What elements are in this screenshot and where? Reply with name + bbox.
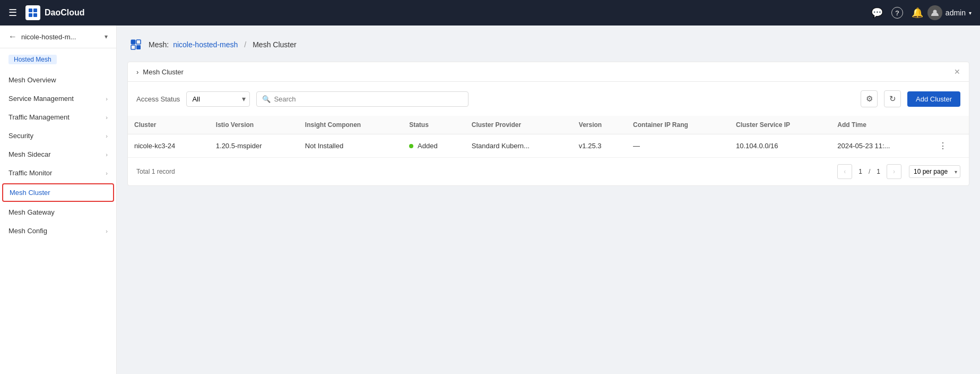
- breadcrumb-separator: /: [244, 40, 246, 49]
- back-button[interactable]: ←: [8, 32, 17, 41]
- sidebar-item-label: Mesh Cluster: [10, 189, 50, 197]
- cell-cluster: nicole-kc3-24: [128, 134, 210, 158]
- mesh-cluster-panel: › Mesh Cluster ✕ Access Status All Acces…: [127, 62, 969, 186]
- breadcrumb-prefix: Mesh:: [149, 40, 169, 49]
- add-cluster-button[interactable]: Add Cluster: [907, 91, 960, 107]
- search-icon: 🔍: [262, 95, 271, 103]
- sidebar-item-traffic-management[interactable]: Traffic Management ›: [0, 108, 116, 126]
- hamburger-menu-icon[interactable]: ☰: [8, 7, 17, 19]
- svg-rect-8: [136, 45, 141, 49]
- panel-close-icon[interactable]: ✕: [954, 67, 960, 76]
- chevron-down-icon: ›: [106, 114, 108, 121]
- sidebar: ← nicole-hosted-m... ▾ Hosted Mesh Mesh …: [0, 26, 117, 374]
- sidebar-item-label: Traffic Monitor: [8, 169, 52, 177]
- col-cluster: Cluster: [128, 116, 210, 134]
- sidebar-item-mesh-gateway[interactable]: Mesh Gateway: [0, 203, 116, 222]
- access-status-filter[interactable]: All Accessible Inaccessible: [186, 91, 250, 107]
- chevron-down-icon: ›: [106, 96, 108, 102]
- table-container: Cluster Istio Version Insight Componen S…: [128, 116, 969, 158]
- cell-cluster-service-ip: 10.104.0.0/16: [730, 134, 831, 158]
- row-more-actions-button[interactable]: ⋮: [936, 141, 949, 150]
- panel-header-left: › Mesh Cluster: [136, 68, 184, 76]
- cell-insight-component: Not Installed: [299, 134, 403, 158]
- total-records: Total 1 record: [136, 168, 175, 175]
- per-page-select[interactable]: 10 per page 20 per page 50 per page: [909, 165, 960, 178]
- notification-icon[interactable]: 🔔: [912, 7, 923, 19]
- sidebar-item-service-management[interactable]: Service Management ›: [0, 89, 116, 108]
- sidebar-item-security[interactable]: Security ›: [0, 126, 116, 145]
- sidebar-item-label: Traffic Management: [8, 113, 70, 121]
- breadcrumb-link[interactable]: nicole-hosted-mesh: [173, 40, 238, 49]
- col-cluster-service-ip: Cluster Service IP: [730, 116, 831, 134]
- help-icon[interactable]: ?: [891, 7, 903, 19]
- col-status: Status: [403, 116, 465, 134]
- chevron-down-icon: ›: [106, 228, 108, 234]
- user-menu[interactable]: admin ▾: [927, 5, 972, 20]
- sidebar-header: ← nicole-hosted-m... ▾: [0, 26, 116, 48]
- app-layout: ← nicole-hosted-m... ▾ Hosted Mesh Mesh …: [0, 26, 980, 374]
- chevron-down-icon: ›: [106, 151, 108, 158]
- user-chevron-icon: ▾: [969, 10, 972, 16]
- svg-rect-2: [29, 13, 32, 17]
- panel-chevron-icon: ›: [136, 68, 138, 76]
- svg-rect-1: [33, 8, 37, 12]
- col-istio-version: Istio Version: [210, 116, 299, 134]
- col-add-time: Add Time: [831, 116, 930, 134]
- col-actions: [930, 116, 969, 134]
- svg-rect-3: [33, 13, 37, 17]
- col-container-ip: Container IP Rang: [627, 116, 730, 134]
- sidebar-item-label: Service Management: [8, 95, 74, 103]
- table-footer: Total 1 record ‹ 1 / 1 › 10 per page 20 …: [128, 158, 969, 185]
- username: admin: [946, 8, 966, 17]
- logo-text: DaoCloud: [45, 8, 85, 18]
- message-icon[interactable]: 💬: [871, 7, 883, 19]
- hosted-mesh-badge: Hosted Mesh: [8, 55, 57, 64]
- sidebar-item-label: Mesh Config: [8, 227, 47, 235]
- search-bar[interactable]: 🔍: [256, 91, 469, 107]
- main-content: Mesh: nicole-hosted-mesh / Mesh Cluster …: [117, 26, 980, 374]
- pagination-total-pages: 1: [873, 168, 883, 175]
- sidebar-title-chevron-icon[interactable]: ▾: [105, 33, 108, 40]
- toolbar: Access Status All Accessible Inaccessibl…: [128, 82, 969, 116]
- panel-title: Mesh Cluster: [143, 68, 184, 76]
- cell-container-ip: —: [627, 134, 730, 158]
- status-text: Added: [418, 142, 438, 150]
- pagination-current-page: 1: [855, 168, 865, 175]
- pagination-separator: /: [869, 168, 870, 175]
- refresh-button[interactable]: ↻: [884, 90, 901, 107]
- svg-rect-5: [131, 40, 135, 44]
- status-dot-icon: [409, 144, 413, 148]
- svg-rect-0: [29, 8, 32, 12]
- pagination-next-button[interactable]: ›: [887, 164, 901, 179]
- access-status-select[interactable]: All Accessible Inaccessible: [186, 91, 250, 107]
- table-header: Cluster Istio Version Insight Componen S…: [128, 116, 969, 134]
- cell-cluster-provider: Standard Kubern...: [465, 134, 573, 158]
- sidebar-item-mesh-sidecar[interactable]: Mesh Sidecar ›: [0, 145, 116, 164]
- sidebar-item-mesh-cluster[interactable]: Mesh Cluster: [2, 183, 114, 202]
- settings-button[interactable]: ⚙: [861, 90, 878, 107]
- table-row: nicole-kc3-24 1.20.5-mspider Not Install…: [128, 134, 969, 158]
- logo-icon: [25, 5, 40, 20]
- app-logo: DaoCloud: [25, 5, 85, 20]
- sidebar-item-mesh-overview[interactable]: Mesh Overview: [0, 71, 116, 89]
- col-version: Version: [573, 116, 627, 134]
- pagination-prev-button[interactable]: ‹: [837, 164, 852, 179]
- table-body: nicole-kc3-24 1.20.5-mspider Not Install…: [128, 134, 969, 158]
- search-input[interactable]: [274, 95, 463, 103]
- per-page-selector[interactable]: 10 per page 20 per page 50 per page: [909, 165, 960, 178]
- breadcrumb: Mesh: nicole-hosted-mesh / Mesh Cluster: [127, 36, 969, 53]
- cell-status: Added: [403, 134, 465, 158]
- top-navigation: ☰ DaoCloud 💬 ? 🔔 admin ▾: [0, 0, 980, 26]
- sidebar-title: nicole-hosted-m...: [21, 33, 100, 41]
- panel-header[interactable]: › Mesh Cluster ✕: [128, 62, 969, 82]
- sidebar-item-traffic-monitor[interactable]: Traffic Monitor ›: [0, 164, 116, 182]
- nav-icon-group: 💬 ? 🔔: [871, 7, 923, 19]
- sidebar-item-label: Mesh Sidecar: [8, 150, 50, 158]
- cell-version: v1.25.3: [573, 134, 627, 158]
- chevron-down-icon: ›: [106, 170, 108, 176]
- sidebar-item-mesh-config[interactable]: Mesh Config ›: [0, 222, 116, 240]
- chevron-down-icon: ›: [106, 133, 108, 139]
- filter-label: Access Status: [136, 95, 180, 103]
- col-insight-component: Insight Componen: [299, 116, 403, 134]
- sidebar-item-label: Mesh Gateway: [8, 208, 55, 216]
